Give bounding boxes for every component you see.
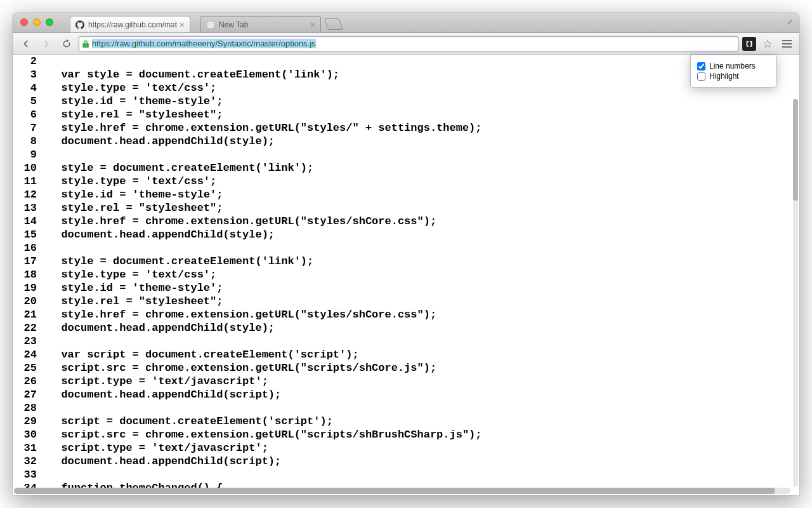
line-number: 22 [23,321,48,335]
code-line: 20 style.rel = "stylesheet"; [23,295,799,308]
code-text: style = document.createElement('link'); [48,161,313,175]
close-icon[interactable]: × [310,20,315,29]
tab-title: https://raw.github.com/mat [88,20,177,29]
line-number: 16 [23,241,48,255]
line-number: 15 [23,228,48,241]
line-numbers-label: Line numbers [709,62,756,70]
code-line: 25 script.src = chrome.extension.getURL(… [23,361,799,375]
tab-inactive[interactable]: New Tab × [200,16,321,32]
code-line: 13 style.rel = "stylesheet"; [23,201,799,215]
window-zoom-button[interactable] [46,18,53,26]
code-text: style.id = 'theme-style'; [48,95,223,108]
code-text: script = document.createElement('script'… [48,415,333,428]
close-icon[interactable]: × [180,20,185,29]
code-line: 3 var style = document.createElement('li… [23,68,799,81]
code-line: 16 [23,241,799,255]
code-line: 26 script.type = 'text/javascript'; [23,375,799,388]
code-line: 24 var script = document.createElement('… [23,348,799,361]
code-line: 12 style.id = 'theme-style'; [23,188,799,201]
line-number: 11 [23,175,48,188]
tab-strip: https://raw.github.com/mat × New Tab × ⤢ [13,13,799,33]
line-number: 25 [23,361,48,375]
code-line: 10 style = document.createElement('link'… [23,161,799,175]
bookmark-star-icon[interactable]: ☆ [760,37,775,51]
line-number: 32 [23,455,48,468]
line-number: 6 [23,108,48,121]
line-number: 3 [23,68,48,81]
code-line: 22 document.head.appendChild(style); [23,321,799,335]
code-text: style = document.createElement('link'); [48,255,313,268]
blank-tab-icon [206,20,215,29]
address-bar[interactable]: https://raw.github.com/matheeeny/Syntaxt… [79,36,738,51]
extension-icon[interactable] [742,37,756,51]
code-line: 31 script.type = 'text/javascript'; [23,441,799,455]
code-line: 4 style.type = 'text/css'; [23,81,799,95]
new-tab-button[interactable] [324,18,344,30]
code-text: style.href = chrome.extension.getURL("st… [48,121,482,135]
line-number: 23 [23,335,48,348]
window-minimize-button[interactable] [33,18,41,26]
line-number: 18 [23,268,48,281]
code-line: 18 style.type = 'text/css'; [23,268,799,281]
code-text: script.type = 'text/javascript'; [48,375,268,388]
code-line: 7 style.href = chrome.extension.getURL("… [23,121,799,135]
code-line: 2 [23,55,799,68]
browser-window: https://raw.github.com/mat × New Tab × ⤢ [13,13,799,495]
code-text: style.rel = "stylesheet"; [48,201,223,215]
hamburger-menu-icon[interactable] [779,37,794,50]
forward-button[interactable] [38,36,55,51]
fullscreen-icon[interactable]: ⤢ [787,18,793,26]
line-number: 31 [23,441,48,455]
line-number: 19 [23,281,48,295]
lock-icon [82,39,89,48]
code-line: 6 style.rel = "stylesheet"; [23,108,799,121]
line-numbers-checkbox[interactable] [697,62,705,70]
svg-rect-0 [207,21,214,29]
page-content: 23 var style = document.createElement('l… [13,55,799,495]
toolbar: https://raw.github.com/matheeeny/Syntaxt… [13,33,799,55]
code-line: 29 script = document.createElement('scri… [23,415,799,428]
code-text: style.type = 'text/css'; [48,175,216,188]
code-line: 17 style = document.createElement('link'… [23,255,799,268]
code-line: 28 [23,401,799,415]
line-number: 7 [23,121,48,135]
line-number: 13 [23,201,48,215]
code-line: 8 document.head.appendChild(style); [23,135,799,148]
code-line: 5 style.id = 'theme-style'; [23,95,799,108]
horizontal-scroll-thumb[interactable] [14,488,775,494]
code-line: 19 style.id = 'theme-style'; [23,281,799,295]
code-viewer[interactable]: 23 var style = document.createElement('l… [13,55,799,495]
code-line: 15 document.head.appendChild(style); [23,228,799,241]
url-text: https://raw.github.com/matheeeny/Syntaxt… [92,39,316,48]
vertical-scroll-thumb[interactable] [793,99,798,201]
code-text: var style = document.createElement('link… [48,68,339,81]
line-number: 21 [23,308,48,321]
code-text: var script = document.createElement('scr… [48,348,359,361]
highlight-checkbox[interactable] [697,72,705,81]
back-button[interactable] [18,36,34,51]
code-text: style.rel = "stylesheet"; [48,108,223,121]
line-number: 17 [23,255,48,268]
window-close-button[interactable] [20,18,28,26]
code-line: 33 [23,468,799,481]
code-text: script.type = 'text/javascript'; [48,441,268,455]
github-icon [75,20,84,29]
code-line: 27 document.head.appendChild(script); [23,388,799,401]
line-number: 2 [23,55,48,68]
traffic-lights [20,18,53,26]
vertical-scrollbar[interactable] [793,99,798,487]
tab-active[interactable]: https://raw.github.com/mat × [70,16,190,32]
horizontal-scrollbar[interactable] [14,488,790,494]
line-number: 4 [23,81,48,95]
code-text: style.id = 'theme-style'; [48,188,223,201]
line-number: 29 [23,415,48,428]
reload-button[interactable] [58,36,75,51]
line-number: 5 [23,95,48,108]
code-line: 23 [23,335,799,348]
extension-popup: Line numbers Highlight [690,55,776,88]
line-number: 8 [23,135,48,148]
line-number: 20 [23,295,48,308]
code-line: 21 style.href = chrome.extension.getURL(… [23,308,799,321]
line-number: 12 [23,188,48,201]
line-number: 33 [23,468,48,481]
